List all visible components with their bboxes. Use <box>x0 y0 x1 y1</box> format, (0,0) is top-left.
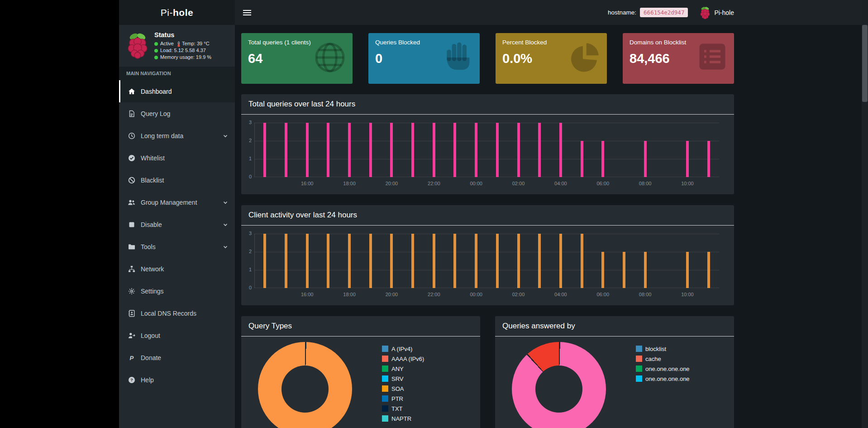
legend-item[interactable]: SRV <box>382 374 424 384</box>
client-activity-chart: 012316:0018:0020:0022:0000:0002:0004:000… <box>241 226 734 305</box>
queries-answered-by-chart: blocklistcacheone.one.one.oneone.one.one… <box>495 337 734 428</box>
bar <box>348 123 351 177</box>
sidebar-item-whitelist[interactable]: Whitelist <box>119 147 235 169</box>
legend-label: SOA <box>391 385 404 392</box>
home-icon <box>127 88 136 95</box>
raspberry-icon <box>700 6 711 19</box>
sidebar-item-group-management[interactable]: Group Management <box>119 191 235 213</box>
legend-label: ANY <box>391 365 404 372</box>
summary-cards: Total queries (1 clients) 64 Queries Blo… <box>241 33 734 84</box>
legend-label: blocklist <box>645 346 666 352</box>
legend-label: A (IPv4) <box>391 346 412 352</box>
y-tick-label: 2 <box>241 138 252 143</box>
sidebar-menu: Dashboard Query Log Long term data White… <box>119 80 235 391</box>
x-tick-label: 18:00 <box>338 292 361 297</box>
bar <box>433 234 435 288</box>
legend-item[interactable]: TXT <box>382 404 424 414</box>
gridline <box>254 123 719 123</box>
x-tick-label: 02:00 <box>507 292 530 297</box>
donate-paypal-icon: P <box>127 354 136 361</box>
sidebar-item-blacklist[interactable]: Blacklist <box>119 169 235 191</box>
scrollbar-thumb[interactable] <box>862 25 868 102</box>
legend-item[interactable]: one.one.one.one <box>636 374 690 384</box>
navbar: Pi-hole hostname: 666154e2d947 <box>119 0 862 25</box>
clock-icon <box>127 132 136 139</box>
bar <box>538 123 541 177</box>
status-dot-icon <box>154 56 158 59</box>
sidebar-item-help[interactable]: ? Help <box>119 369 235 391</box>
brand-link[interactable]: Pi-hole <box>700 6 734 19</box>
network-icon <box>127 265 136 273</box>
sidebar-item-tools[interactable]: Tools <box>119 236 235 258</box>
pihole-app: Pi-hole hostname: 666154e2d947 <box>119 0 862 428</box>
sidebar-toggle-button[interactable] <box>235 0 259 25</box>
status-row-memory: Memory usage: 19.9 % <box>154 54 211 61</box>
status-row-load: Load: 5.12 5.58 4.37 <box>154 47 211 54</box>
percent-blocked-card: Percent Blocked 0.0% <box>496 33 607 84</box>
bar <box>285 234 287 288</box>
gridline <box>254 234 719 234</box>
bar <box>453 123 456 177</box>
gridline <box>254 252 719 252</box>
hostname-badge: 666154e2d947 <box>640 8 688 17</box>
sidebar-item-label: Whitelist <box>141 154 165 162</box>
sidebar-item-label: Local DNS Records <box>141 310 196 317</box>
legend-item[interactable]: PTR <box>382 394 424 404</box>
legend-item[interactable]: ANY <box>382 364 424 374</box>
legend-label: one.one.one.one <box>645 365 690 372</box>
sidebar-item-network[interactable]: Network <box>119 258 235 280</box>
y-tick-label: 1 <box>241 156 252 161</box>
logo-text-bold: hole <box>173 7 193 18</box>
bar <box>707 141 710 177</box>
legend-label: AAAA (IPv6) <box>391 356 424 362</box>
legend-item[interactable]: NAPTR <box>382 414 424 423</box>
app-logo[interactable]: Pi-hole <box>119 0 235 25</box>
x-tick-label: 20:00 <box>380 181 403 186</box>
sidebar-item-query-log[interactable]: Query Log <box>119 102 235 125</box>
x-tick-label: 02:00 <box>507 181 530 186</box>
x-tick-label: 10:00 <box>676 292 699 297</box>
sidebar-item-donate[interactable]: P Donate <box>119 346 235 369</box>
gear-icon <box>127 288 136 295</box>
sidebar-item-long-term-data[interactable]: Long term data <box>119 125 235 147</box>
bar <box>475 123 477 177</box>
bar <box>327 123 329 177</box>
pie-chart-icon <box>567 40 601 77</box>
sidebar-item-local-dns-records[interactable]: Local DNS Records <box>119 302 235 324</box>
x-tick-label: 04:00 <box>549 181 572 186</box>
file-lines-icon <box>127 110 136 117</box>
bar <box>559 234 562 288</box>
bar <box>453 234 456 288</box>
bar <box>285 123 287 177</box>
sidebar: Status ActiveTemp: 39 °C Load: 5.12 5.58… <box>119 25 235 428</box>
legend-label: NAPTR <box>391 415 411 422</box>
sidebar-item-disable[interactable]: Disable <box>119 213 235 236</box>
sidebar-item-dashboard[interactable]: Dashboard <box>119 80 235 102</box>
legend-item[interactable]: SOA <box>382 384 424 394</box>
bar <box>496 234 499 288</box>
bar <box>559 123 562 177</box>
bar <box>707 252 710 288</box>
bar <box>581 141 583 177</box>
sidebar-item-logout[interactable]: Logout <box>119 324 235 346</box>
scrollbar-track[interactable] <box>862 0 868 428</box>
sidebar-item-label: Tools <box>141 243 156 250</box>
legend-item[interactable]: AAAA (IPv6) <box>382 354 424 364</box>
gridline <box>254 270 719 270</box>
legend-item[interactable]: blocklist <box>636 344 690 354</box>
x-tick-label: 16:00 <box>296 181 319 186</box>
bar <box>411 123 414 177</box>
status-dot-icon <box>154 49 158 53</box>
x-tick-label: 08:00 <box>634 292 657 297</box>
panel-title: Total queries over last 24 hours <box>241 94 734 115</box>
legend-item[interactable]: A (IPv4) <box>382 344 424 354</box>
status-memory: Memory usage: 19.9 % <box>160 54 211 60</box>
query-types-panel: Query Types A (IPv4)AAAA (IPv6)ANYSRVSOA… <box>241 316 480 428</box>
sidebar-item-label: Help <box>141 376 154 384</box>
status-dot-icon <box>154 42 158 46</box>
sidebar-item-settings[interactable]: Settings <box>119 280 235 302</box>
status-active-label: Active <box>160 41 174 46</box>
sidebar-item-label: Query Log <box>141 110 170 117</box>
legend-item[interactable]: one.one.one.one <box>636 364 690 374</box>
legend-item[interactable]: cache <box>636 354 690 364</box>
